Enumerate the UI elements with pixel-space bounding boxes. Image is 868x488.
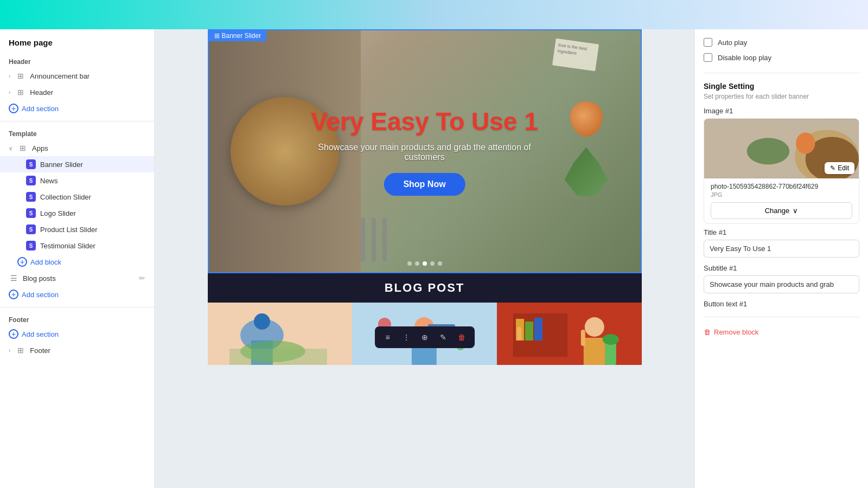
plus-icon-header: + bbox=[9, 104, 18, 113]
sidebar-item-footer[interactable]: › ⊞ Footer bbox=[0, 342, 154, 358]
chevron-right-icon: › bbox=[9, 73, 10, 79]
canvas-toolbar: ≡ ⋮ ⊕ ✎ 🗑 bbox=[375, 326, 475, 348]
disable-loop-label: Disable loop play bbox=[718, 54, 771, 62]
chevron-right-icon-footer: › bbox=[9, 348, 10, 354]
sidebar-item-news[interactable]: S News bbox=[0, 172, 154, 189]
disable-loop-checkbox[interactable] bbox=[704, 53, 712, 62]
s-badge-testimonial: S bbox=[26, 241, 36, 251]
fork-3 bbox=[382, 218, 387, 261]
svg-rect-18 bbox=[525, 322, 533, 341]
toolbar-layout-btn[interactable]: ⋮ bbox=[399, 330, 414, 345]
apps-grid-icon: ⊞ bbox=[18, 143, 28, 153]
single-setting-desc: Set properties for each slider banner bbox=[704, 93, 859, 100]
canvas-wrapper: ⊞ Banner Slider love is the best ingredi… bbox=[208, 29, 642, 365]
change-label: Change bbox=[765, 207, 790, 215]
add-block-label: Add block bbox=[30, 258, 61, 266]
sidebar-header-label: Header bbox=[0, 54, 154, 68]
image-edit-button[interactable]: ✎ Edit bbox=[825, 162, 854, 174]
banner-title: Very Easy To Use 1 bbox=[311, 107, 538, 136]
change-image-button[interactable]: Change ∨ bbox=[711, 202, 852, 219]
add-section-button-header[interactable]: + Add section bbox=[0, 100, 154, 117]
title-input[interactable] bbox=[704, 240, 859, 258]
sidebar-item-collection-slider[interactable]: S Collection Slider bbox=[0, 189, 154, 205]
svg-rect-24 bbox=[581, 330, 585, 346]
toolbar-move-btn[interactable]: ≡ bbox=[380, 330, 395, 345]
blog-section-header: BLOG POST bbox=[208, 273, 642, 303]
add-block-button[interactable]: + Add block bbox=[0, 254, 154, 270]
dot-3-active bbox=[423, 261, 427, 266]
fork-2 bbox=[372, 218, 376, 261]
svg-point-29 bbox=[796, 133, 815, 154]
subtitle-input[interactable] bbox=[704, 275, 859, 293]
toolbar-edit-btn[interactable]: ✎ bbox=[436, 330, 451, 345]
plus-icon-footer: + bbox=[9, 329, 18, 339]
image-preview-card: ✎ Edit photo-1505935428862-770b6f24f629 … bbox=[704, 118, 859, 224]
single-setting-title: Single Setting bbox=[704, 82, 859, 91]
sidebar-item-blog-posts[interactable]: ☰ Blog posts ✏ bbox=[0, 270, 154, 286]
subtitle-label: Subtitle #1 bbox=[704, 264, 859, 272]
shop-now-button[interactable]: Shop Now bbox=[384, 173, 465, 196]
footer-grid-icon: ⊞ bbox=[16, 345, 25, 355]
sidebar-item-announcement-bar[interactable]: › ⊞ Announcement bar bbox=[0, 68, 154, 84]
apps-label: Apps bbox=[32, 144, 48, 152]
chevron-right-icon-2: › bbox=[9, 89, 10, 95]
footer-label: Footer bbox=[30, 346, 50, 355]
s-badge-news: S bbox=[26, 176, 36, 185]
sidebar-item-logo-slider[interactable]: S Logo Slider bbox=[0, 205, 154, 221]
dot-2 bbox=[415, 261, 419, 266]
s-badge-product: S bbox=[26, 224, 36, 234]
blog-illustration-3 bbox=[497, 303, 642, 365]
dot-4 bbox=[430, 261, 435, 266]
remove-block-button[interactable]: 🗑 Remove block bbox=[704, 326, 758, 338]
logo-slider-label: Logo Slider bbox=[40, 209, 76, 217]
title-label: Title #1 bbox=[704, 228, 859, 236]
add-section-button-template[interactable]: + Add section bbox=[0, 286, 154, 303]
sidebar-item-header[interactable]: › ⊞ Header bbox=[0, 84, 154, 100]
svg-point-20 bbox=[585, 317, 604, 337]
sidebar-divider-2 bbox=[0, 307, 154, 307]
s-badge-collection: S bbox=[26, 192, 36, 202]
chevron-down-icon: ∨ bbox=[793, 207, 798, 215]
banner-text-center: Very Easy To Use 1 Showcase your main pr… bbox=[311, 107, 538, 196]
banner-slider-section[interactable]: ⊞ Banner Slider love is the best ingredi… bbox=[208, 29, 642, 273]
image-filename: photo-1505935428862-770b6f24f629 bbox=[711, 183, 852, 190]
banner-food-right bbox=[532, 30, 641, 272]
blog-card-3[interactable] bbox=[497, 303, 642, 365]
edit-label: Edit bbox=[838, 164, 849, 172]
sidebar-footer-label: Footer bbox=[0, 312, 154, 326]
apple-decoration bbox=[570, 101, 603, 137]
disable-loop-row: Disable loop play bbox=[704, 53, 859, 62]
image-info: photo-1505935428862-770b6f24f629 JPG Cha… bbox=[704, 178, 859, 223]
sidebar-item-product-list-slider[interactable]: S Product List Slider bbox=[0, 221, 154, 237]
add-section-button-footer[interactable]: + Add section bbox=[0, 326, 154, 342]
banner-slider-label: Banner Slider bbox=[40, 160, 83, 169]
banner-subtitle: Showcase your main products and grab the… bbox=[311, 143, 538, 162]
announcement-bar-label: Announcement bar bbox=[30, 72, 90, 80]
s-badge-logo: S bbox=[26, 208, 36, 218]
svg-point-2 bbox=[253, 313, 270, 330]
sidebar-apps-item[interactable]: ∨ ⊞ Apps bbox=[0, 140, 154, 156]
autoplay-label: Auto play bbox=[718, 38, 747, 47]
panel-divider-1 bbox=[704, 73, 859, 73]
image-preview: ✎ Edit bbox=[704, 119, 859, 178]
toolbar-delete-btn[interactable]: 🗑 bbox=[454, 330, 469, 345]
sidebar-item-banner-slider[interactable]: S Banner Slider bbox=[0, 156, 154, 172]
banner-label: ⊞ Banner Slider bbox=[209, 30, 267, 41]
product-list-slider-label: Product List Slider bbox=[40, 226, 98, 234]
canvas-area: ⊞ Banner Slider love is the best ingredi… bbox=[155, 29, 694, 488]
blog-edit-icon: ✏ bbox=[139, 274, 145, 282]
collection-slider-label: Collection Slider bbox=[40, 193, 91, 201]
autoplay-checkbox[interactable] bbox=[704, 38, 712, 47]
s-badge-banner: S bbox=[26, 159, 36, 169]
top-gradient-bar bbox=[0, 0, 868, 29]
panel-divider-2 bbox=[704, 317, 859, 317]
blog-posts-label: Blog posts bbox=[23, 274, 56, 282]
plus-icon-template: + bbox=[9, 290, 18, 299]
blog-section-title: BLOG POST bbox=[215, 281, 634, 295]
banner-label-text: Banner Slider bbox=[222, 32, 261, 40]
add-section-label-footer: Add section bbox=[22, 330, 59, 338]
blog-card-1[interactable] bbox=[208, 303, 353, 365]
toolbar-add-btn[interactable]: ⊕ bbox=[417, 330, 432, 345]
autoplay-row: Auto play bbox=[704, 38, 859, 47]
sidebar-item-testimonial-slider[interactable]: S Testimonial Slider bbox=[0, 237, 154, 254]
